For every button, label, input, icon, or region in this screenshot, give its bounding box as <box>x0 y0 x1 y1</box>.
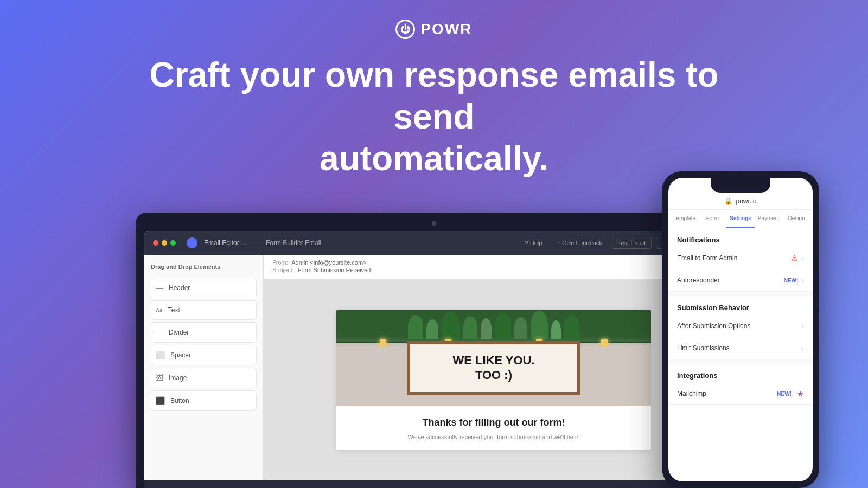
email-to-form-admin-row[interactable]: Email to Form Admin ⚠ › <box>668 247 813 269</box>
email-meta: ✏ Edit From: Admin <info@yoursite.com> S… <box>264 255 724 279</box>
after-submission-options-row[interactable]: After Submission Options › <box>668 315 813 337</box>
email-card-desc: We've successfully received your form su… <box>349 433 638 442</box>
phone-domain: powr.io <box>736 197 756 205</box>
sidebar-item-button[interactable]: ⬛ Button <box>151 390 257 411</box>
mailchimp-star-icon: ★ <box>797 389 804 398</box>
limit-submissions-chevron: › <box>801 344 804 352</box>
tab-template[interactable]: Template <box>671 210 699 228</box>
phone-notch <box>711 178 770 193</box>
phone-outer: 🔒 powr.io Template Form Settings Payment… <box>662 171 819 488</box>
app-header: Email Editor ... — Form Builder Email ? … <box>144 231 724 255</box>
sidebar-label-button: Button <box>170 397 189 404</box>
spacer-icon: ⬜ <box>156 351 165 359</box>
sidebar-label-spacer: Spacer <box>170 351 191 359</box>
give-feedback-button[interactable]: ↑ Give Feedback <box>552 237 608 248</box>
divider-icon: — <box>156 328 163 337</box>
app-header-subtitle: Form Builder Email <box>266 239 321 247</box>
limit-submissions-label: Limit Submissions <box>677 344 801 352</box>
laptop-camera <box>432 221 436 226</box>
email-card-body: Thanks for filling out our form! We've s… <box>336 406 651 451</box>
laptop-outer: Email Editor ... — Form Builder Email ? … <box>136 213 732 488</box>
email-card-title: Thanks for filling out our form! <box>349 417 638 428</box>
button-icon: ⬛ <box>156 396 165 405</box>
sidebar-label-image: Image <box>169 374 187 382</box>
mailchimp-row[interactable]: Mailchimp NEW! ★ <box>668 383 813 405</box>
header-icon: — <box>156 284 163 292</box>
headline: Craft your own response emails to send a… <box>136 54 732 179</box>
email-body-preview: WE LIKE YOU.TOO :) Thanks for filling ou… <box>264 279 724 480</box>
traffic-lights <box>153 240 176 246</box>
email-to-form-admin-label: Email to Form Admin <box>677 254 791 262</box>
email-subject-row: Subject: Form Submission Received <box>272 267 715 273</box>
app-header-logo <box>187 237 197 248</box>
app-main: ✏ Edit From: Admin <info@yoursite.com> S… <box>264 255 724 480</box>
phone-screen: 🔒 powr.io Template Form Settings Payment… <box>668 178 813 481</box>
mailchimp-badge: NEW! <box>777 391 792 397</box>
submission-behavior-section-title: Submission Behavior <box>668 296 813 315</box>
subject-label: Subject: <box>272 267 294 273</box>
after-submission-options-label: After Submission Options <box>677 322 801 330</box>
tab-settings[interactable]: Settings <box>726 210 755 228</box>
sign-text: WE LIKE YOU.TOO :) <box>452 354 534 382</box>
sidebar-item-image[interactable]: 🖼 Image <box>151 368 257 388</box>
sidebar-label-header: Header <box>169 284 190 292</box>
phone-app-header: 🔒 powr.io <box>668 193 813 210</box>
traffic-light-yellow[interactable] <box>162 240 167 246</box>
phone: 🔒 powr.io Template Form Settings Payment… <box>662 171 819 488</box>
text-icon: Aa <box>156 307 163 313</box>
sidebar-item-divider[interactable]: — Divider <box>151 322 257 343</box>
integrations-section-title: Integrations <box>668 364 813 383</box>
sidebar-title: Drag and Drop Elements <box>151 264 257 270</box>
mailchimp-label: Mailchimp <box>677 390 777 397</box>
autoresponder-chevron: › <box>801 276 804 285</box>
subject-value: Form Submission Received <box>298 267 371 273</box>
app-header-sep: — <box>253 239 259 247</box>
autoresponder-label: Autoresponder <box>677 277 784 284</box>
chevron-icon: › <box>801 254 804 262</box>
tab-form[interactable]: Form <box>699 210 727 228</box>
sidebar-label-text: Text <box>168 306 180 314</box>
limit-submissions-row[interactable]: Limit Submissions › <box>668 337 813 359</box>
section-divider-1 <box>668 292 813 296</box>
notifications-section-title: Notifications <box>668 228 813 247</box>
phone-tabs: Template Form Settings Payment Design <box>668 210 813 228</box>
headline-line2: automatically. <box>320 139 548 178</box>
autoresponder-row[interactable]: Autoresponder NEW! › <box>668 269 813 292</box>
test-email-button[interactable]: Test Email <box>612 237 652 249</box>
laptop-base <box>144 480 724 488</box>
app-header-title: Email Editor ... <box>204 239 246 247</box>
sidebar-item-spacer[interactable]: ⬜ Spacer <box>151 345 257 365</box>
app-sidebar: Drag and Drop Elements — Header Aa Text … <box>144 255 264 480</box>
devices-container: Email Editor ... — Form Builder Email ? … <box>81 213 787 488</box>
email-card-image: WE LIKE YOU.TOO :) <box>336 310 651 406</box>
laptop-screen: Email Editor ... — Form Builder Email ? … <box>144 231 724 480</box>
sidebar-item-header[interactable]: — Header <box>151 278 257 298</box>
from-label: From: <box>272 259 288 266</box>
sidebar-item-text[interactable]: Aa Text <box>151 300 257 320</box>
app-content: Drag and Drop Elements — Header Aa Text … <box>144 255 724 480</box>
section-divider-2 <box>668 359 813 364</box>
image-icon: 🖼 <box>156 374 163 382</box>
powr-logo-icon: ⏻ <box>395 20 415 39</box>
headline-line1: Craft your own response emails to send <box>149 55 718 136</box>
after-submission-chevron: › <box>801 322 804 330</box>
powr-logo-text: POWR <box>420 21 472 38</box>
traffic-light-red[interactable] <box>153 240 158 246</box>
email-card: WE LIKE YOU.TOO :) Thanks for filling ou… <box>336 310 651 451</box>
traffic-light-green[interactable] <box>170 240 176 246</box>
alert-icon: ⚠ <box>791 254 798 262</box>
laptop: Email Editor ... — Form Builder Email ? … <box>136 213 732 488</box>
email-from-row: ✏ Edit From: Admin <info@yoursite.com> <box>272 259 715 266</box>
tab-design[interactable]: Design <box>782 210 810 228</box>
sidebar-label-divider: Divider <box>169 329 189 336</box>
sign-board: WE LIKE YOU.TOO :) <box>407 341 580 395</box>
from-value: Admin <info@yoursite.com> <box>291 259 366 266</box>
lock-icon: 🔒 <box>724 197 732 205</box>
help-button[interactable]: ? Help <box>520 237 548 248</box>
logo-area: ⏻ POWR <box>0 0 868 39</box>
autoresponder-badge: NEW! <box>784 278 799 284</box>
tab-payment[interactable]: Payment <box>755 210 783 228</box>
